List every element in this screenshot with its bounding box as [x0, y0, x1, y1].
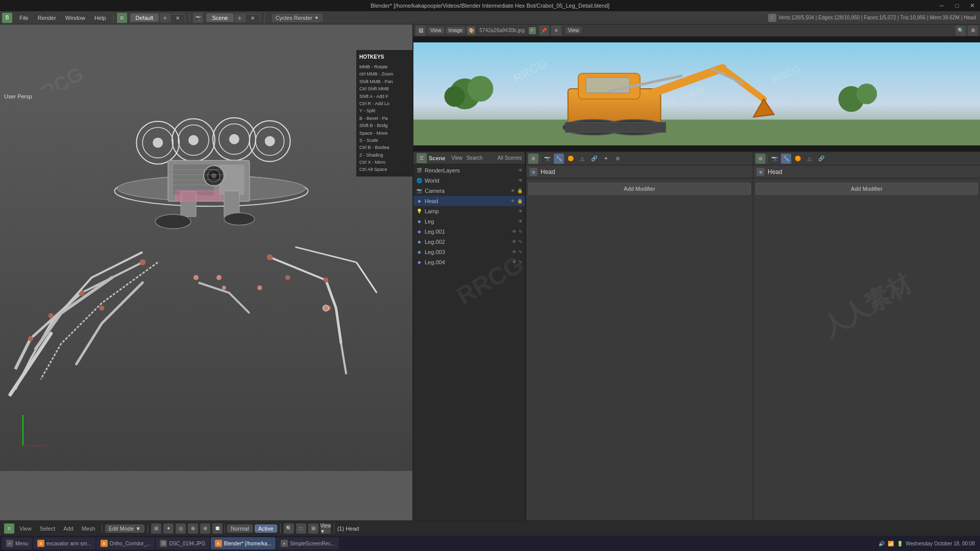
prop-data-icon[interactable]: △ — [577, 154, 587, 164]
head-restrict-icon[interactable]: 🔒 — [517, 198, 523, 204]
leg-visibility[interactable]: 👁 — [518, 219, 523, 224]
add-workspace-button[interactable]: + — [160, 13, 170, 22]
status-blender-icon[interactable]: B — [4, 523, 14, 534]
scene-item-leg003[interactable]: ◆ Leg.003 👁 ✎ — [413, 247, 525, 257]
left-viewport[interactable]: RRCG 人人素材 RRCG 人人素材 RRCG WWW.RRCG... — [0, 24, 413, 536]
leg001-restrict[interactable]: ✎ — [519, 229, 523, 234]
minimize-button[interactable]: ─ — [934, 0, 949, 11]
search-label[interactable]: Search — [467, 155, 483, 161]
leg003-restrict[interactable]: ✎ — [519, 249, 523, 255]
maximize-button[interactable]: □ — [949, 0, 965, 11]
sb-icon-7[interactable]: 🔍 — [284, 523, 294, 534]
iv-settings-icon[interactable]: ⚙ — [968, 26, 978, 36]
iv-pin-icon[interactable]: 📌 — [539, 26, 549, 36]
prop-constraint-icon[interactable]: 🔗 — [589, 154, 599, 164]
leg004-restrict[interactable]: ✎ — [519, 260, 523, 265]
menu-file[interactable]: File — [15, 14, 33, 22]
lamp-visibility[interactable]: 👁 — [518, 209, 523, 214]
iv-image-btn[interactable]: Image — [446, 27, 465, 34]
taskbar-menu[interactable]: ≡ Menu — [2, 537, 32, 549]
prop-physics-icon[interactable]: ⊛ — [612, 154, 623, 164]
all-scenes-label[interactable]: All Scenes — [498, 155, 522, 161]
leg003-visibility[interactable]: 👁 — [512, 249, 517, 255]
iv-refresh-icon[interactable]: F — [529, 27, 536, 34]
iv-view-right-btn[interactable]: View — [566, 27, 582, 34]
sb-icon-9[interactable]: ⊞ — [308, 523, 318, 534]
iv-view-btn[interactable]: View — [428, 27, 444, 34]
tab-scene[interactable]: Scene — [206, 13, 233, 22]
iv-zoom-icon[interactable]: 🔍 — [955, 26, 966, 36]
leg002-visibility[interactable]: 👁 — [512, 239, 517, 244]
blender-icon[interactable]: B — [2, 13, 12, 23]
sb-icon-5[interactable]: ⊛ — [200, 523, 210, 534]
add-modifier-button-right[interactable]: Add Modifier — [755, 183, 978, 195]
scene-item-leg[interactable]: ◆ Leg 👁 — [413, 216, 525, 227]
normal-badge[interactable]: Normal — [227, 524, 252, 533]
camera-restrict-icon[interactable]: 🔒 — [517, 188, 523, 193]
viewport-mode-icon[interactable]: ⊞ — [117, 13, 127, 23]
sb-icon-3[interactable]: ◎ — [176, 523, 186, 534]
title-controls[interactable]: ─ □ ✕ — [934, 0, 980, 11]
world-visibility[interactable]: 👁 — [518, 178, 523, 183]
taskbar-ortho[interactable]: B Ortho_Corridor_... — [96, 537, 155, 549]
3d-scene[interactable]: RRCG 人人素材 RRCG 人人素材 RRCG WWW.RRCG... — [0, 24, 412, 536]
scene-item-leg001[interactable]: ◆ Leg.001 👁 ✎ — [413, 227, 525, 237]
status-mode-select[interactable]: Edit Mode ▼ — [105, 524, 144, 533]
add-modifier-button-left[interactable]: Add Modifier — [528, 183, 751, 195]
status-mesh-btn[interactable]: Mesh — [79, 524, 99, 533]
scene-camera-icon[interactable]: 📷 — [193, 13, 203, 23]
scene-item-leg004[interactable]: ◆ Leg.004 👁 ✎ — [413, 257, 525, 267]
menu-help[interactable]: Help — [90, 14, 110, 22]
prop-r-data-icon[interactable]: △ — [804, 154, 815, 164]
scene-close[interactable]: ✕ — [245, 14, 260, 22]
leg004-visibility[interactable]: 👁 — [512, 260, 517, 265]
prop-render-icon[interactable]: 📷 — [542, 154, 552, 164]
prop-r-material-icon[interactable]: 🟠 — [793, 154, 803, 164]
image-viewer-icon[interactable]: 🖼 — [415, 26, 426, 36]
prop-r-constraint-icon[interactable]: 🔗 — [816, 154, 826, 164]
scene-item-lamp[interactable]: 💡 Lamp 👁 — [413, 206, 525, 216]
prop-particle-icon[interactable]: ✦ — [601, 154, 611, 164]
prop-modifier-icon[interactable]: 🔧 — [554, 154, 564, 164]
active-badge[interactable]: Active — [255, 524, 277, 533]
taskbar-dsc[interactable]: 🖼 DSC_0194.JPG — [156, 537, 209, 549]
prop-tb-icon[interactable]: ⚙ — [528, 154, 538, 164]
outliner-icon[interactable]: ☰ — [416, 153, 427, 163]
scene-item-leg002[interactable]: ◆ Leg.002 👁 ✎ — [413, 237, 525, 247]
tab-default[interactable]: Default — [130, 13, 159, 22]
head-visibility[interactable]: 👁 — [510, 198, 515, 204]
scene-item-head[interactable]: ◆ Head 👁 🔒 — [413, 196, 525, 206]
prop-r-render-icon[interactable]: 📷 — [769, 154, 779, 164]
leg001-visibility[interactable]: 👁 — [512, 229, 517, 234]
scene-item-renderlayers[interactable]: 🎬 RenderLayers 👁 — [413, 165, 525, 176]
iv-color-icon[interactable]: 🎨 — [467, 27, 475, 35]
prop-tb-right-icon[interactable]: ⚙ — [755, 154, 766, 164]
leg002-restrict[interactable]: ✎ — [519, 239, 523, 244]
view-label[interactable]: View — [451, 155, 462, 161]
status-view-btn[interactable]: View — [16, 524, 35, 533]
prop-r-modifier-icon[interactable]: 🔧 — [781, 154, 791, 164]
prop-material-icon[interactable]: 🟠 — [566, 154, 576, 164]
menu-window[interactable]: Window — [61, 14, 89, 22]
camera-visibility[interactable]: 👁 — [510, 188, 515, 193]
sb-icon-10[interactable]: View ▼ — [321, 523, 331, 534]
taskbar-blender[interactable]: B Blender* [/home/ka... — [211, 537, 276, 549]
taskbar-screen[interactable]: ● SimpleScreenRec... — [277, 537, 339, 549]
add-scene-button[interactable]: + — [235, 13, 245, 22]
status-add-btn[interactable]: Add — [60, 524, 77, 533]
close-button[interactable]: ✕ — [965, 0, 980, 11]
tab-close[interactable]: ✕ — [170, 14, 185, 22]
sb-icon-4[interactable]: ⊕ — [188, 523, 198, 534]
menu-render[interactable]: Render — [34, 14, 60, 22]
sb-icon-1[interactable]: ⊞ — [151, 523, 161, 534]
sb-icon-6[interactable]: 🔲 — [212, 523, 223, 534]
scene-item-camera[interactable]: 📷 Camera 👁 🔒 — [413, 186, 525, 196]
scene-item-world[interactable]: 🌐 World 👁 — [413, 176, 525, 186]
iv-close-icon[interactable]: ✕ — [551, 26, 561, 36]
status-select-btn[interactable]: Select — [37, 524, 59, 533]
sb-icon-2[interactable]: ✦ — [163, 523, 174, 534]
sb-icon-8[interactable]: □ — [296, 523, 306, 534]
render-engine-select[interactable]: Cycles Render ▼ — [272, 14, 323, 22]
renderlayers-visibility[interactable]: 👁 — [518, 168, 523, 173]
taskbar-excavator[interactable]: B excavator arm sm... — [33, 537, 95, 549]
